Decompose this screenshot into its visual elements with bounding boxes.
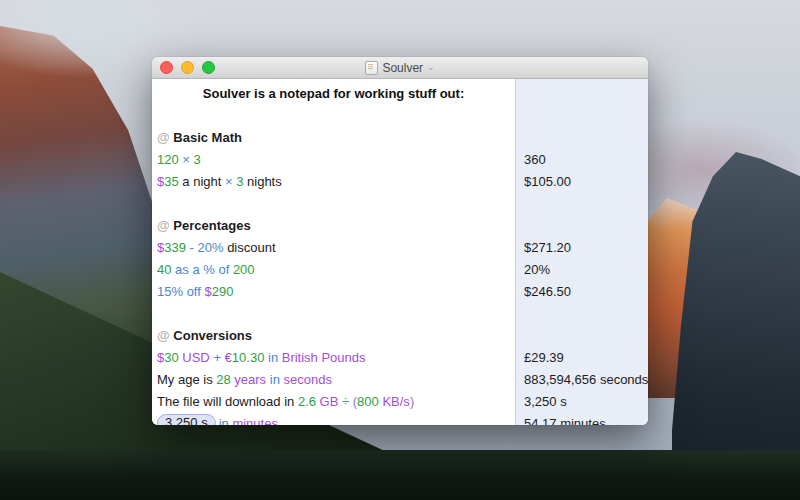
expression-segment-cur: seconds [283,372,331,387]
titlebar[interactable]: Soulver ⌄ [152,57,648,79]
result-value [516,127,648,149]
expression-segment-cur: years [231,372,266,387]
chevron-down-icon[interactable]: ⌄ [427,63,435,72]
blank-row [152,193,515,215]
section-at-sign: @ [157,328,173,343]
expression-segment-num: 40 [157,262,171,277]
expression-segment-num: 290 [212,284,234,299]
section-title: Percentages [173,218,250,233]
expression-segment-cur: € [225,350,232,365]
result-value[interactable]: 3,250 s [516,391,648,413]
expression-segment-txt: a night [179,174,225,189]
expression-segment-num: 200 [233,262,255,277]
expression-row[interactable]: 40 as a % of 200 [152,259,515,281]
expression-segment-cur: KB/s [379,394,410,409]
expression-segment-txt: discount [224,240,276,255]
result-value[interactable]: 360 [516,149,648,171]
expression-row[interactable]: $35 a night × 3 nights [152,171,515,193]
window-content: Soulver is a notepad for working stuff o… [152,79,648,425]
expression-segment-num: 339 [164,240,186,255]
expression-segment-op: in [219,416,233,425]
expression-segment-txt: nights [243,174,281,189]
result-value[interactable]: $105.00 [516,171,648,193]
result-value[interactable]: $246.50 [516,281,648,303]
expression-row[interactable]: 3,250 sin minutes [152,413,515,425]
result-value[interactable]: 883,594,656 seconds [516,369,648,391]
result-value[interactable]: 20% [516,259,648,281]
expression-segment-op: × [179,152,194,167]
expression-segment-num: 2.6 [298,394,316,409]
minimize-button[interactable] [181,61,194,74]
result-value [516,105,648,127]
results-pane: 360$105.00$271.2020%$246.50£29.39883,594… [515,79,648,425]
expression-segment-cur: USD [179,350,210,365]
desktop-wallpaper: Soulver ⌄ Soulver is a notepad for worki… [0,0,800,500]
expression-segment-cur: British Pounds [282,350,366,365]
expression-segment-op: ÷ [338,394,352,409]
section-row[interactable]: @ Percentages [152,215,515,237]
expression-row[interactable]: 15% off $290 [152,281,515,303]
expression-segment-op: - 20% [186,240,224,255]
expression-segment-op: in [264,350,281,365]
section-at-sign: @ [157,130,173,145]
expression-segment-par: ) [410,394,414,409]
expression-segment-num: 120 [157,152,179,167]
expression-segment-op: × [225,174,236,189]
window-title: Soulver [382,61,423,75]
document-icon [365,61,378,75]
result-value [516,303,648,325]
expression-segment-cur: minutes [232,416,278,425]
expression-segment-num: 800 [357,394,379,409]
result-value [516,215,648,237]
expression-row[interactable]: $30 USD + €10.30 in British Pounds [152,347,515,369]
blank-row [152,303,515,325]
traffic-lights [160,57,215,78]
header-row[interactable]: Soulver is a notepad for working stuff o… [152,83,515,105]
blank-row [152,105,515,127]
window-title-group: Soulver ⌄ [365,61,434,75]
expression-segment-num: 35 [164,174,178,189]
result-value [516,325,648,347]
expression-row[interactable]: 120 × 3 [152,149,515,171]
expression-segment-cur: GB [316,394,338,409]
soulver-window: Soulver ⌄ Soulver is a notepad for worki… [152,57,648,425]
result-value [516,83,648,105]
expression-segment-op: in [266,372,283,387]
result-value[interactable]: 54.17 minutes [516,413,648,425]
expression-segment-num: 10.30 [232,350,265,365]
answer-token-pill[interactable]: 3,250 s [157,414,216,425]
expression-row[interactable]: $339 - 20% discount [152,237,515,259]
expression-segment-txt: My age is [157,372,216,387]
zoom-button[interactable] [202,61,215,74]
expression-segment-op: as a % of [171,262,232,277]
section-row[interactable]: @ Conversions [152,325,515,347]
section-row[interactable]: @ Basic Math [152,127,515,149]
editor-pane[interactable]: Soulver is a notepad for working stuff o… [152,79,515,425]
expression-row[interactable]: The file will download in 2.6 GB ÷ (800 … [152,391,515,413]
expression-segment-num: 28 [216,372,230,387]
expression-segment-txt: The file will download in [157,394,298,409]
expression-row[interactable]: My age is 28 years in seconds [152,369,515,391]
result-value [516,193,648,215]
result-value[interactable]: $271.20 [516,237,648,259]
expression-segment-num: 3 [194,152,201,167]
section-title: Basic Math [173,130,242,145]
expression-segment-op: 15% off [157,284,204,299]
wallpaper-valley [0,450,800,500]
section-title: Conversions [173,328,252,343]
close-button[interactable] [160,61,173,74]
section-at-sign: @ [157,218,173,233]
result-value[interactable]: £29.39 [516,347,648,369]
expression-segment-op: + [210,350,225,365]
expression-segment-cur: $ [204,284,211,299]
expression-segment-num: 30 [164,350,178,365]
